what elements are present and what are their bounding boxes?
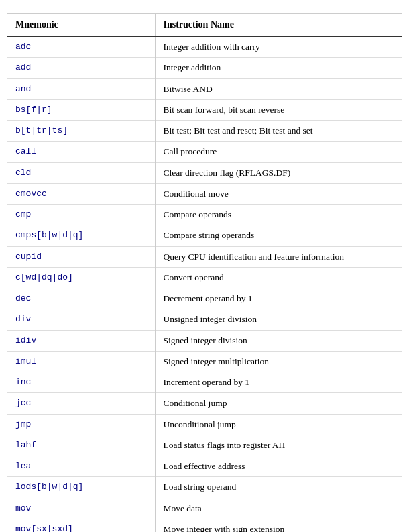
instruction-cell: Compare string operands xyxy=(155,225,402,246)
mnemonic-cell: b[t|tr|ts] xyxy=(7,121,155,142)
instruction-cell: Load status flags into register AH xyxy=(155,435,402,456)
instruction-column-header: Instruction Name xyxy=(155,14,402,36)
table-row: decDecrement operand by 1 xyxy=(7,288,402,309)
instruction-cell: Decrement operand by 1 xyxy=(155,288,402,309)
instruction-cell: Load effective address xyxy=(155,456,402,477)
table-row: incIncrement operand by 1 xyxy=(7,372,402,393)
mnemonic-cell: lahf xyxy=(7,435,155,456)
instruction-cell: Bit test; Bit test and reset; Bit test a… xyxy=(155,121,402,142)
table-row: andBitwise AND xyxy=(7,78,402,99)
instruction-cell: Clear direction flag (RFLAGS.DF) xyxy=(155,162,402,183)
table-row: leaLoad effective address xyxy=(7,456,402,477)
instruction-cell: Convert operand xyxy=(155,267,402,288)
table-row: jccConditional jump xyxy=(7,393,402,414)
mnemonic-cell: mov[sx|sxd] xyxy=(7,519,155,532)
instruction-table: Mnemonic Instruction Name adcInteger add… xyxy=(7,14,402,532)
table-row: divUnsigned integer division xyxy=(7,309,402,330)
instruction-cell: Call procedure xyxy=(155,142,402,162)
table-row: cmps[b|w|d|q]Compare string operands xyxy=(7,225,402,246)
table-row: jmpUnconditional jump xyxy=(7,414,402,435)
instruction-cell: Conditional jump xyxy=(155,393,402,414)
table-row: mov[sx|sxd]Move integer with sign extens… xyxy=(7,519,402,532)
instruction-cell: Signed integer multiplication xyxy=(155,351,402,372)
table-row: c[wd|dq|do]Convert operand xyxy=(7,267,402,288)
mnemonic-cell: div xyxy=(7,309,155,330)
instruction-cell: Integer addition xyxy=(155,58,402,78)
mnemonic-cell: cmps[b|w|d|q] xyxy=(7,225,155,246)
table-row: b[t|tr|ts]Bit test; Bit test and reset; … xyxy=(7,121,402,142)
instruction-cell: Conditional move xyxy=(155,183,402,204)
instruction-cell: Unconditional jump xyxy=(155,414,402,435)
table-row: idivSigned integer division xyxy=(7,330,402,351)
instruction-cell: Unsigned integer division xyxy=(155,309,402,330)
table-row: addInteger addition xyxy=(7,58,402,78)
table-row: cldClear direction flag (RFLAGS.DF) xyxy=(7,162,402,183)
instruction-cell: Bitwise AND xyxy=(155,78,402,99)
instruction-cell: Signed integer division xyxy=(155,330,402,351)
table-row: movMove data xyxy=(7,498,402,519)
mnemonic-cell: cmovcc xyxy=(7,183,155,204)
table-row: lods[b|w|d|q]Load string operand xyxy=(7,477,402,498)
instruction-cell: Query CPU identification and feature inf… xyxy=(155,246,402,267)
instruction-cell: Increment operand by 1 xyxy=(155,372,402,393)
mnemonic-cell: idiv xyxy=(7,330,155,351)
mnemonic-cell: dec xyxy=(7,288,155,309)
table-row: adcInteger addition with carry xyxy=(7,36,402,58)
mnemonic-cell: add xyxy=(7,58,155,78)
mnemonic-cell: lea xyxy=(7,456,155,477)
instruction-cell: Integer addition with carry xyxy=(155,36,402,58)
instruction-table-container: Mnemonic Instruction Name adcInteger add… xyxy=(7,13,402,532)
mnemonic-cell: cupid xyxy=(7,246,155,267)
mnemonic-cell: and xyxy=(7,78,155,99)
mnemonic-cell: bs[f|r] xyxy=(7,99,155,120)
mnemonic-cell: c[wd|dq|do] xyxy=(7,267,155,288)
mnemonic-cell: inc xyxy=(7,372,155,393)
mnemonic-cell: lods[b|w|d|q] xyxy=(7,477,155,498)
table-row: callCall procedure xyxy=(7,142,402,162)
table-row: bs[f|r]Bit scan forward, bit scan revers… xyxy=(7,99,402,120)
mnemonic-cell: call xyxy=(7,142,155,162)
table-row: lahfLoad status flags into register AH xyxy=(7,435,402,456)
table-row: cmpCompare operands xyxy=(7,205,402,225)
table-row: cmovccConditional move xyxy=(7,183,402,204)
instruction-cell: Compare operands xyxy=(155,205,402,225)
mnemonic-cell: cld xyxy=(7,162,155,183)
mnemonic-column-header: Mnemonic xyxy=(7,14,155,36)
table-header-row: Mnemonic Instruction Name xyxy=(7,14,402,36)
instruction-cell: Load string operand xyxy=(155,477,402,498)
mnemonic-cell: jmp xyxy=(7,414,155,435)
table-row: cupidQuery CPU identification and featur… xyxy=(7,246,402,267)
instruction-cell: Bit scan forward, bit scan reverse xyxy=(155,99,402,120)
table-row: imulSigned integer multiplication xyxy=(7,351,402,372)
instruction-cell: Move integer with sign extension xyxy=(155,519,402,532)
mnemonic-cell: jcc xyxy=(7,393,155,414)
instruction-cell: Move data xyxy=(155,498,402,519)
mnemonic-cell: mov xyxy=(7,498,155,519)
mnemonic-cell: adc xyxy=(7,36,155,58)
mnemonic-cell: imul xyxy=(7,351,155,372)
mnemonic-cell: cmp xyxy=(7,205,155,225)
